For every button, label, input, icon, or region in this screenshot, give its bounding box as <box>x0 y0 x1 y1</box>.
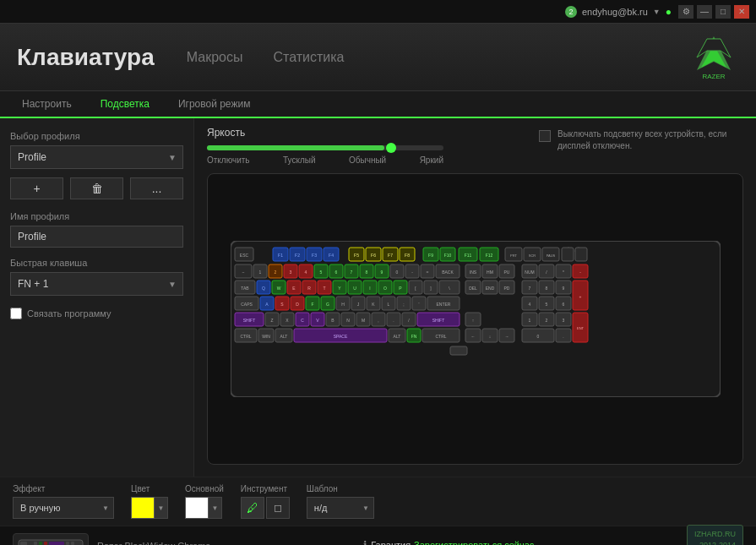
svg-text:INS: INS <box>469 270 476 275</box>
svg-text:FN: FN <box>411 334 416 339</box>
profile-more-button[interactable]: ... <box>130 177 183 199</box>
svg-text:F: F <box>311 302 313 307</box>
svg-text:6: 6 <box>334 270 337 275</box>
template-select[interactable]: н/д <box>307 497 374 519</box>
brightness-slider-track[interactable] <box>207 145 443 150</box>
tab-settings[interactable]: Настроить <box>8 91 85 118</box>
bind-program-row: Связать программу <box>10 308 183 319</box>
svg-text:I: I <box>369 286 370 291</box>
svg-text:↑: ↑ <box>471 318 474 323</box>
svg-text:+: + <box>579 294 581 299</box>
svg-text:F10: F10 <box>443 253 451 258</box>
tab-game-mode[interactable]: Игровой режим <box>165 91 264 118</box>
maximize-button[interactable]: □ <box>715 5 731 19</box>
brightness-slider-thumb[interactable] <box>386 143 396 153</box>
svg-text:O: O <box>383 286 387 291</box>
header-nav: Макросы Статистика <box>180 46 351 68</box>
svg-text:7: 7 <box>528 286 530 291</box>
top-bar: 2 endyhug@bk.ru ▼ ● ⚙ — □ ✕ <box>0 0 756 24</box>
main-color-group: Основной ▼ <box>185 484 224 519</box>
svg-rect-212 <box>450 346 467 355</box>
effect-select[interactable]: В ручную <box>13 497 114 519</box>
svg-text:U: U <box>353 286 356 291</box>
svg-text:3: 3 <box>289 270 291 275</box>
svg-text:L: L <box>387 302 389 307</box>
template-select-wrapper: н/д ▼ <box>307 497 374 519</box>
nav-macros[interactable]: Макросы <box>180 46 250 68</box>
tab-lighting[interactable]: Подсветка <box>87 91 163 118</box>
device-thumbnail <box>13 533 89 545</box>
svg-text:5: 5 <box>319 270 322 275</box>
close-button[interactable]: ✕ <box>734 5 749 19</box>
color-swatch-yellow[interactable] <box>131 497 155 519</box>
svg-rect-219 <box>49 542 64 545</box>
svg-text:3: 3 <box>562 318 564 323</box>
profile-name-input[interactable] <box>10 226 183 248</box>
svg-text:PAUS: PAUS <box>546 253 555 258</box>
svg-rect-214 <box>20 542 27 545</box>
tabs-bar: Настроить Подсветка Игровой режим <box>0 91 756 118</box>
svg-text:END: END <box>485 286 494 291</box>
svg-text:F8: F8 <box>405 253 410 258</box>
eraser-tool-button[interactable]: ◻ <box>266 497 290 519</box>
profile-delete-button[interactable]: 🗑 <box>70 177 123 199</box>
brightness-labels: Отключить Тусклый Обычный Яркий <box>207 155 443 165</box>
svg-text:F11: F11 <box>464 253 471 258</box>
header: Клавиатура Макросы Статистика RAZER <box>0 24 756 91</box>
svg-text:4: 4 <box>528 302 530 307</box>
right-panel: Яркость Отключить Тусклый Обычный Яркий … <box>194 118 756 477</box>
svg-rect-217 <box>39 542 42 545</box>
svg-text:D: D <box>296 302 299 307</box>
brightness-label-off: Отключить <box>207 155 250 165</box>
warranty-section: ℹ Гарантия Зарегистрироваться сейчас <box>363 539 534 545</box>
svg-text:SPACE: SPACE <box>333 334 347 339</box>
svg-text:ENTER: ENTER <box>436 302 450 307</box>
brightness-checkbox[interactable] <box>539 130 551 142</box>
brightness-left: Яркость Отключить Тусклый Обычный Яркий <box>207 127 539 165</box>
main-color-label: Основной <box>185 484 224 493</box>
tool-label: Инструмент <box>241 484 290 493</box>
profile-section-title: Выбор профиля <box>10 131 183 141</box>
svg-text:9: 9 <box>562 286 564 291</box>
svg-text:;: ; <box>403 302 404 307</box>
svg-text:BACK: BACK <box>442 270 454 275</box>
svg-text:CTRL: CTRL <box>435 334 446 339</box>
main-color-dropdown-arrow-icon[interactable]: ▼ <box>209 497 222 519</box>
keyboard-display: ESC F1 F2 F3 F4 F5 F6 F7 F8 <box>207 173 743 465</box>
tool-group: Инструмент 🖊 ◻ <box>241 484 290 519</box>
svg-rect-218 <box>44 542 47 545</box>
svg-text:F2: F2 <box>295 253 300 258</box>
svg-text:←: ← <box>470 334 475 339</box>
svg-text:HM: HM <box>487 270 493 275</box>
svg-text:SHIFT: SHIFT <box>242 318 254 323</box>
color-swatch-white[interactable] <box>185 497 209 519</box>
brush-tool-button[interactable]: 🖊 <box>241 497 264 519</box>
svg-text:ALT: ALT <box>280 334 287 339</box>
svg-text:7: 7 <box>350 270 352 275</box>
svg-text:PRT: PRT <box>510 253 517 258</box>
svg-text:1: 1 <box>258 270 261 275</box>
color-dropdown-arrow-icon[interactable]: ▼ <box>155 497 168 519</box>
template-label: Шаблон <box>307 484 374 493</box>
settings-button[interactable]: ⚙ <box>678 5 693 19</box>
profile-add-button[interactable]: + <box>10 177 63 199</box>
svg-text:ALT: ALT <box>393 334 400 339</box>
svg-text:8: 8 <box>545 286 547 291</box>
svg-text:=: = <box>426 270 428 275</box>
svg-text:*: * <box>563 270 564 275</box>
bind-program-checkbox[interactable] <box>10 308 22 319</box>
svg-text:C: C <box>301 318 304 323</box>
profile-name-label: Имя профиля <box>10 211 183 221</box>
register-link[interactable]: Зарегистрироваться сейчас <box>414 540 534 545</box>
profile-select[interactable]: Profile <box>10 145 183 169</box>
user-online-icon: ● <box>666 6 672 18</box>
svg-text:G: G <box>326 302 329 307</box>
svg-text:0: 0 <box>395 270 398 275</box>
copyright-badge: IZHARD.RU2012-2014RUSSIA <box>687 525 743 545</box>
minimize-button[interactable]: — <box>697 5 712 19</box>
svg-rect-36 <box>562 248 574 261</box>
user-dropdown-icon[interactable]: ▼ <box>653 8 661 16</box>
nav-stats[interactable]: Статистика <box>266 46 351 68</box>
svg-rect-216 <box>34 542 37 545</box>
hotkey-select[interactable]: FN + 1 <box>10 272 183 296</box>
